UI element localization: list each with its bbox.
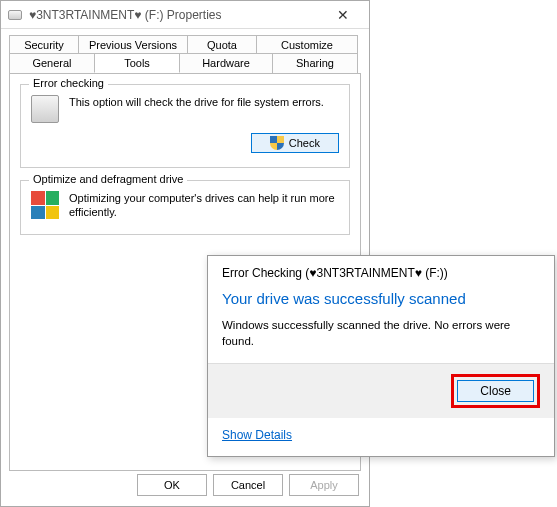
error-dialog-headline: Your drive was successfully scanned [208, 284, 554, 317]
tab-tools[interactable]: Tools [94, 53, 180, 73]
defrag-group: Optimize and defragment drive Optimizing… [20, 180, 350, 235]
tab-quota[interactable]: Quota [187, 35, 257, 54]
error-dialog-button-row: Close [208, 363, 554, 418]
defrag-group-title: Optimize and defragment drive [29, 173, 187, 185]
tab-sharing[interactable]: Sharing [272, 53, 358, 73]
titlebar[interactable]: ♥3NT3RTAINMENT♥ (F:) Properties ✕ [1, 1, 369, 29]
error-checking-text: This option will check the drive for fil… [69, 95, 324, 109]
drive-icon [7, 7, 23, 23]
check-button-label: Check [289, 137, 320, 149]
ok-button[interactable]: OK [137, 474, 207, 496]
close-button[interactable]: Close [457, 380, 534, 402]
tab-customize[interactable]: Customize [256, 35, 358, 54]
window-title: ♥3NT3RTAINMENT♥ (F:) Properties [29, 8, 323, 22]
tab-general[interactable]: General [9, 53, 95, 73]
drive-check-icon [31, 95, 59, 123]
apply-button[interactable]: Apply [289, 474, 359, 496]
tab-security[interactable]: Security [9, 35, 79, 54]
tab-hardware[interactable]: Hardware [179, 53, 273, 73]
uac-shield-icon [270, 136, 284, 150]
window-close-button[interactable]: ✕ [323, 2, 363, 28]
defrag-text: Optimizing your computer's drives can he… [69, 191, 339, 220]
check-button[interactable]: Check [251, 133, 339, 153]
error-dialog-header: Error Checking (♥3NT3RTAINMENT♥ (F:)) [208, 256, 554, 284]
error-dialog-footer: Show Details [208, 418, 554, 456]
show-details-link[interactable]: Show Details [222, 428, 292, 442]
tab-previous-versions[interactable]: Previous Versions [78, 35, 188, 54]
error-checking-dialog: Error Checking (♥3NT3RTAINMENT♥ (F:)) Yo… [207, 255, 555, 457]
cancel-button[interactable]: Cancel [213, 474, 283, 496]
error-checking-group: Error checking This option will check th… [20, 84, 350, 168]
close-button-highlight: Close [451, 374, 540, 408]
dialog-button-row: OK Cancel Apply [137, 474, 359, 496]
defrag-icon [31, 191, 59, 219]
tab-row-2: General Tools Hardware Sharing [9, 53, 361, 73]
tab-row-1: Security Previous Versions Quota Customi… [9, 35, 361, 54]
error-checking-group-title: Error checking [29, 77, 108, 89]
error-dialog-body: Windows successfully scanned the drive. … [208, 317, 554, 363]
